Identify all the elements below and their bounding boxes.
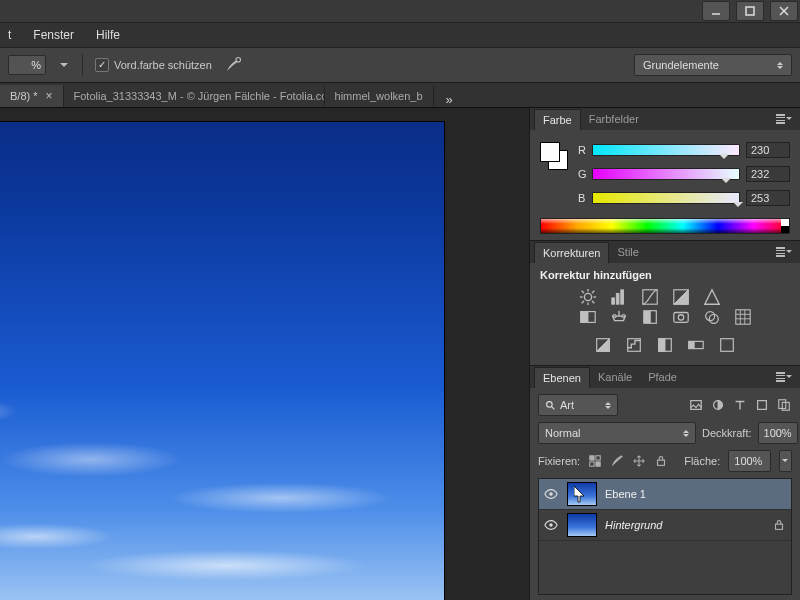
- tab-stile[interactable]: Stile: [609, 242, 646, 262]
- arrows-vert-icon: [683, 427, 689, 440]
- threshold-icon[interactable]: [654, 335, 676, 355]
- exposure-icon[interactable]: [670, 287, 692, 307]
- tab-close-icon[interactable]: ×: [46, 89, 53, 103]
- arrows-vert-icon: [777, 59, 783, 72]
- panel-menu-button[interactable]: [776, 114, 796, 124]
- tab-overflow-button[interactable]: »: [440, 92, 459, 107]
- svg-point-27: [678, 315, 683, 320]
- panel-menu-button[interactable]: [776, 372, 796, 382]
- panel-color: Farbe Farbfelder R 230 G 232: [530, 108, 800, 241]
- lock-image-icon[interactable]: [610, 453, 624, 469]
- svg-rect-50: [596, 456, 600, 460]
- fg-bg-swatch[interactable]: [540, 142, 568, 170]
- window-maximize-button[interactable]: [736, 1, 764, 21]
- b-value-field[interactable]: 253: [746, 190, 790, 206]
- blend-mode-select[interactable]: Normal: [538, 422, 696, 444]
- panel-color-tabs: Farbe Farbfelder: [530, 108, 800, 130]
- filter-adjust-icon[interactable]: [710, 397, 726, 413]
- filter-shape-icon[interactable]: [754, 397, 770, 413]
- layer-thumbnail[interactable]: [567, 513, 597, 537]
- layer-list[interactable]: Ebene 1 Hintergrund: [538, 478, 792, 595]
- lock-row: Fixieren: Fläche: 100%: [538, 450, 792, 472]
- canvas-workspace[interactable]: [0, 108, 529, 600]
- r-slider[interactable]: [592, 144, 740, 156]
- svg-rect-52: [596, 462, 600, 466]
- g-label: G: [578, 168, 592, 180]
- fill-field[interactable]: 100%: [728, 450, 771, 472]
- r-value-field[interactable]: 230: [746, 142, 790, 158]
- lock-all-icon[interactable]: [654, 453, 668, 469]
- levels-icon[interactable]: [608, 287, 630, 307]
- svg-line-13: [592, 291, 594, 293]
- svg-rect-25: [650, 311, 656, 324]
- lock-position-icon[interactable]: [632, 453, 646, 469]
- tab-kanaele[interactable]: Kanäle: [590, 367, 640, 387]
- svg-point-55: [549, 523, 553, 527]
- opacity-dropdown-icon[interactable]: [58, 56, 70, 74]
- gradient-map-icon[interactable]: [685, 335, 707, 355]
- window-close-button[interactable]: [770, 1, 798, 21]
- svg-rect-1: [746, 7, 754, 15]
- protect-foreground-row[interactable]: Vord.farbe schützen: [95, 58, 212, 72]
- menu-item-hilfe[interactable]: Hilfe: [92, 28, 124, 42]
- svg-rect-24: [643, 311, 649, 324]
- invert-icon[interactable]: [592, 335, 614, 355]
- filter-smart-icon[interactable]: [776, 397, 792, 413]
- pressure-brush-icon[interactable]: [224, 56, 242, 74]
- document-canvas[interactable]: [0, 122, 444, 600]
- color-lookup-icon[interactable]: [732, 307, 754, 327]
- opacity-field[interactable]: 100%: [758, 422, 798, 444]
- protect-foreground-checkbox[interactable]: [95, 58, 109, 72]
- visibility-eye-icon[interactable]: [543, 486, 559, 502]
- layer-name: Ebene 1: [605, 488, 646, 500]
- color-balance-icon[interactable]: [608, 307, 630, 327]
- svg-point-4: [236, 58, 241, 63]
- selective-color-icon[interactable]: [716, 335, 738, 355]
- window-minimize-button[interactable]: [702, 1, 730, 21]
- hue-saturation-icon[interactable]: [577, 307, 599, 327]
- filter-type-icon[interactable]: [732, 397, 748, 413]
- fill-label: Fläche:: [684, 455, 720, 467]
- b-slider[interactable]: [592, 192, 740, 204]
- lock-transparent-icon[interactable]: [588, 453, 602, 469]
- brightness-contrast-icon[interactable]: [577, 287, 599, 307]
- layer-item-hintergrund[interactable]: Hintergrund: [539, 510, 791, 541]
- document-tab-2[interactable]: himmel_wolken_b: [325, 85, 434, 107]
- black-white-icon[interactable]: [639, 307, 661, 327]
- adjustments-heading: Korrektur hinzufügen: [540, 269, 790, 281]
- svg-line-11: [592, 301, 594, 303]
- svg-line-12: [581, 301, 583, 303]
- posterize-icon[interactable]: [623, 335, 645, 355]
- svg-rect-41: [721, 339, 734, 352]
- opacity-value-field[interactable]: %: [8, 55, 46, 75]
- menu-item-truncated[interactable]: t: [4, 28, 15, 42]
- color-spectrum-bar[interactable]: [540, 218, 790, 234]
- panel-adjustments-tabs: Korrekturen Stile: [530, 241, 800, 263]
- tab-farbfelder[interactable]: Farbfelder: [581, 109, 647, 129]
- filter-pixel-icon[interactable]: [688, 397, 704, 413]
- panel-menu-button[interactable]: [776, 247, 796, 257]
- tab-korrekturen[interactable]: Korrekturen: [534, 242, 609, 263]
- visibility-eye-icon[interactable]: [543, 517, 559, 533]
- document-tab-1[interactable]: Fotolia_31333343_M - © Jürgen Fälchle - …: [64, 85, 325, 107]
- menu-item-fenster[interactable]: Fenster: [29, 28, 78, 42]
- g-value-field[interactable]: 232: [746, 166, 790, 182]
- adjustments-row-3: [540, 335, 790, 355]
- layer-filter-select[interactable]: Art: [538, 394, 618, 416]
- fill-dropdown[interactable]: [779, 450, 792, 472]
- photo-filter-icon[interactable]: [670, 307, 692, 327]
- vibrance-icon[interactable]: [701, 287, 723, 307]
- layer-item-ebene1[interactable]: Ebene 1: [539, 479, 791, 510]
- panel-layers-tabs: Ebenen Kanäle Pfade: [530, 366, 800, 388]
- g-slider[interactable]: [592, 168, 740, 180]
- tab-ebenen[interactable]: Ebenen: [534, 367, 590, 388]
- layer-filter-label: Art: [560, 399, 574, 411]
- layer-thumbnail[interactable]: [567, 482, 597, 506]
- foreground-color-swatch[interactable]: [540, 142, 560, 162]
- channel-mixer-icon[interactable]: [701, 307, 723, 327]
- curves-icon[interactable]: [639, 287, 661, 307]
- workspace-switcher[interactable]: Grundelemente: [634, 54, 792, 76]
- document-tab-0[interactable]: B/8) * ×: [0, 85, 64, 107]
- tab-farbe[interactable]: Farbe: [534, 109, 581, 130]
- tab-pfade[interactable]: Pfade: [640, 367, 685, 387]
